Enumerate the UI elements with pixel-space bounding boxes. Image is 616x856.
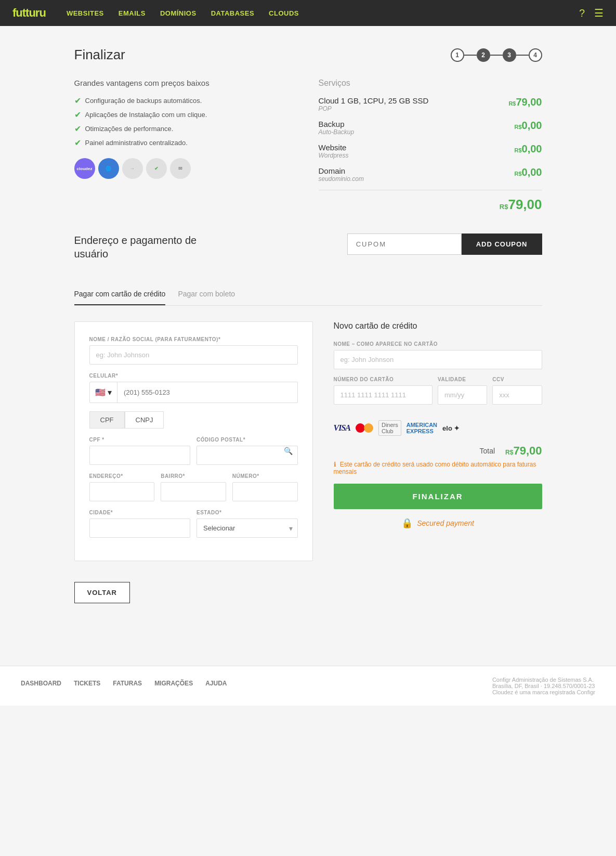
payment-tabs: Pagar com cartão de crédito Pagar com bo… <box>74 283 542 306</box>
cc-number-input[interactable] <box>334 385 433 405</box>
lock-icon: 🔒 <box>401 517 413 529</box>
neighborhood-input[interactable] <box>161 482 226 501</box>
nav-links: WEBSITES EMAILS DOMÍNIOS DATABASES CLOUD… <box>67 9 579 17</box>
nav-clouds[interactable]: CLOUDS <box>269 9 299 17</box>
arrow-icon: → <box>122 158 143 179</box>
cpf-postal-row: CPF * CÓDIGO POSTAL* 🔍 <box>89 437 298 473</box>
city-input[interactable] <box>89 518 191 538</box>
footer-faturas[interactable]: FATURAS <box>113 680 142 687</box>
nav-dominios[interactable]: DOMÍNIOS <box>160 9 196 17</box>
feature-label-2: Aplicações de Instalação com um clique. <box>85 111 207 119</box>
cc-ccv-group: CCV <box>492 377 542 405</box>
footer-dashboard[interactable]: DASHBOARD <box>21 680 61 687</box>
name-input[interactable] <box>89 345 298 365</box>
footer-tickets[interactable]: TICKETS <box>74 680 100 687</box>
tab-boleto[interactable]: Pagar com boleto <box>178 283 235 305</box>
step-4: 4 <box>529 48 542 62</box>
total-amount: R$79,00 <box>505 444 542 458</box>
nav-emails[interactable]: EMAILS <box>119 9 146 17</box>
phone-label: CELULAR* <box>89 373 298 379</box>
flag-icon[interactable]: 🇺🇸 ▾ <box>90 382 117 403</box>
service-sub-2: Auto-Backup <box>319 128 355 136</box>
cpf-label: CPF * <box>89 437 191 443</box>
feature-label-3: Otimizações de performance. <box>85 125 174 133</box>
cc-number-expiry-ccv-row: NÚMERO DO CARTÃO VALIDADE CCV <box>334 377 542 412</box>
address-row: ENDEREÇO* BAIRRO* NÚMERO* <box>89 473 298 510</box>
postal-group: CÓDIGO POSTAL* 🔍 <box>196 437 298 465</box>
service-price-2: R$0,00 <box>515 120 542 132</box>
service-price-3: R$0,00 <box>515 143 542 155</box>
number-input[interactable] <box>232 482 298 501</box>
steps-indicator: 1 2 3 4 <box>451 48 542 62</box>
cnpj-button[interactable]: CNPJ <box>125 411 164 429</box>
amex-icon: AMERICANEXPRESS <box>407 422 437 434</box>
finalize-button[interactable]: FINALIZAR <box>334 484 542 509</box>
address-input[interactable] <box>89 482 155 501</box>
page-container: Finalizar 1 2 3 4 Grandes vantagens com … <box>64 26 553 634</box>
feature-item-4: ✔ Painel administrativo centralizado. <box>74 138 298 148</box>
feature-item-1: ✔ Configuração de backups automáticos. <box>74 96 298 106</box>
tab-credit-card[interactable]: Pagar com cartão de crédito <box>74 283 166 305</box>
cpf-button[interactable]: CPF <box>89 411 125 429</box>
search-postal-icon: 🔍 <box>284 447 293 455</box>
logo[interactable]: futturu <box>12 6 46 20</box>
cc-notice: ℹ Este cartão de crédito será usado como… <box>334 461 542 475</box>
step-line-3 <box>516 55 529 56</box>
step-1: 1 <box>451 48 464 62</box>
cc-number-label: NÚMERO DO CARTÃO <box>334 377 433 382</box>
features-list: ✔ Configuração de backups automáticos. ✔… <box>74 96 298 148</box>
footer-migracoes[interactable]: MIGRAÇÕES <box>154 680 193 687</box>
cc-ccv-label: CCV <box>492 377 542 382</box>
services-divider <box>319 190 542 190</box>
state-select[interactable]: Selecionar <box>196 518 298 538</box>
add-coupon-button[interactable]: ADD COUPON <box>462 234 542 255</box>
cpf-input[interactable] <box>89 446 191 465</box>
secured-payment: 🔒 Secured payment <box>334 517 542 529</box>
postal-input[interactable] <box>196 446 298 465</box>
coupon-input[interactable] <box>347 234 462 255</box>
doc-toggle: CPF CNPJ <box>89 411 298 429</box>
nav-databases[interactable]: DATABASES <box>211 9 254 17</box>
total-price: R$79,00 <box>500 197 542 213</box>
footer-links: DASHBOARD TICKETS FATURAS MIGRAÇÕES AJUD… <box>21 680 227 687</box>
check-icon-3: ✔ <box>74 124 81 134</box>
services-total: R$79,00 <box>319 197 542 213</box>
name-label: NOME / RAZÃO SOCIAL (PARA FATURAMENTO)* <box>89 336 298 342</box>
city-state-row: CIDADE* ESTADO* Selecionar ▾ <box>89 510 298 546</box>
neighborhood-label: BAIRRO* <box>161 473 226 479</box>
service-details-4: Domain seudominio.com <box>319 166 364 183</box>
service-item-4: Domain seudominio.com R$0,00 <box>319 166 542 183</box>
menu-icon[interactable]: ☰ <box>594 7 604 19</box>
city-group: CIDADE* <box>89 510 191 538</box>
cc-ccv-input[interactable] <box>492 385 542 405</box>
help-icon[interactable]: ? <box>579 7 585 19</box>
footer-ajuda[interactable]: AJUDA <box>205 680 227 687</box>
service-name-3: Website <box>319 143 349 152</box>
footer-address: Brasília, DF, Brasil · 19.248.570/0001-2… <box>492 683 595 689</box>
credit-card-section: Novo cartão de crédito NOME – COMO APARE… <box>334 321 542 561</box>
cc-name-input[interactable] <box>334 350 542 369</box>
nav-websites[interactable]: WEBSITES <box>67 9 104 17</box>
state-group: ESTADO* Selecionar ▾ <box>196 510 298 538</box>
service-sub-4: seudominio.com <box>319 175 364 183</box>
visa-icon: VISA <box>334 423 350 433</box>
card-brand-icons: VISA DinersClub AMERICANEXPRESS elo ✦ <box>334 420 542 436</box>
cloudez-logo: cloudez <box>74 158 95 179</box>
page-title: Finalizar <box>74 47 125 63</box>
service-item-2: Backup Auto-Backup R$0,00 <box>319 120 542 136</box>
back-button[interactable]: VOLTAR <box>74 582 130 603</box>
phone-input[interactable] <box>117 383 297 401</box>
service-sub-3: Wordpress <box>319 152 349 159</box>
cc-name-label: NOME – COMO APARECE NO CARTÃO <box>334 341 542 347</box>
globe-icon: 🌐 <box>98 158 119 179</box>
check-icon-1: ✔ <box>74 96 81 106</box>
elo-icon: elo ✦ <box>442 424 460 432</box>
cc-expiry-input[interactable] <box>438 385 487 405</box>
step-2: 2 <box>477 48 490 62</box>
feature-item-2: ✔ Aplicações de Instalação com um clique… <box>74 110 298 120</box>
info-icon: ℹ <box>334 461 336 468</box>
feature-label-4: Painel administrativo centralizado. <box>85 139 188 147</box>
service-name-2: Backup <box>319 120 355 128</box>
neighborhood-group: BAIRRO* <box>161 473 226 501</box>
top-section: Grandes vantagens com preços baixos ✔ Co… <box>74 79 542 213</box>
